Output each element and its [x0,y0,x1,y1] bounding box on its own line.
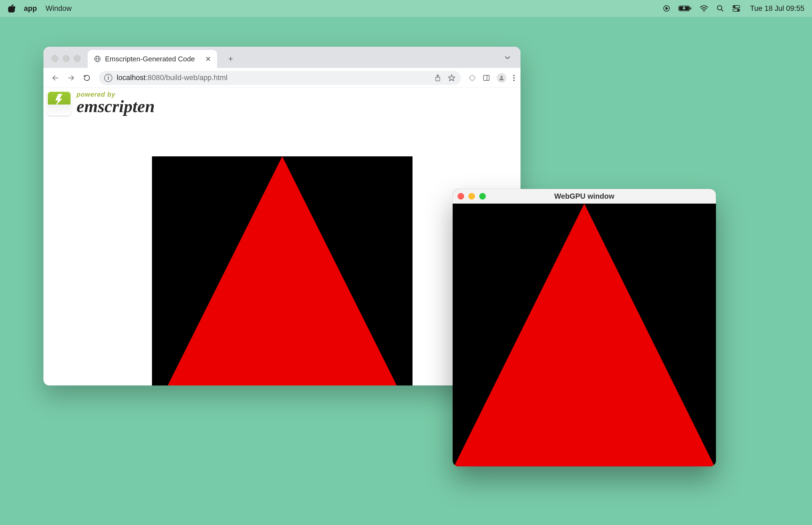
browser-tab-title: Emscripten-Generated Code [105,55,195,63]
control-center-icon[interactable] [732,5,740,12]
close-tab-icon[interactable]: ✕ [205,55,211,63]
red-triangle-render [152,156,413,386]
menubar-app-name[interactable]: app [24,4,37,13]
battery-icon[interactable] [678,5,691,12]
browser-toolbar: i localhost:8080/build-web/app.html [43,68,521,88]
emscripten-logo-icon [47,91,72,116]
native-app-window: WebGPU window [453,189,716,466]
svg-rect-4 [690,7,691,10]
screen-record-icon[interactable] [663,5,670,12]
red-triangle-render-native [454,204,715,466]
browser-window: Emscripten-Generated Code ✕ ＋ i localhos… [43,47,521,386]
svg-point-24 [513,75,515,76]
address-bar[interactable]: i localhost:8080/build-web/app.html [99,71,461,85]
svg-point-25 [513,77,515,78]
tab-overflow-button[interactable] [503,52,512,62]
reload-button[interactable] [80,71,93,85]
new-tab-button[interactable]: ＋ [225,52,237,65]
emscripten-wordmark: emscripten [77,98,155,115]
svg-line-8 [721,10,723,11]
svg-point-10 [734,6,735,7]
globe-icon [94,55,101,63]
svg-point-26 [513,79,515,81]
traffic-close-inactive[interactable] [51,55,58,62]
back-button[interactable] [49,71,62,85]
browser-page-content: powered by emscripten [43,88,521,386]
webgpu-canvas[interactable] [152,156,413,386]
wifi-icon[interactable] [700,5,708,12]
native-window-title: WebGPU window [453,192,716,200]
bookmark-star-icon[interactable] [448,74,455,82]
extensions-icon[interactable] [469,74,476,82]
svg-point-7 [717,6,722,10]
browser-tab-strip: Emscripten-Generated Code ✕ ＋ [43,47,521,68]
svg-point-12 [737,10,739,11]
kebab-menu-icon[interactable] [513,74,515,81]
site-info-icon[interactable]: i [104,74,112,82]
share-icon[interactable] [434,74,441,82]
apple-icon[interactable] [8,4,15,13]
side-panel-icon[interactable] [482,74,490,82]
traffic-max-inactive[interactable] [74,55,81,62]
menubar-clock[interactable]: Tue 18 Jul 09:55 [750,4,805,13]
emscripten-header: powered by emscripten [47,91,155,116]
native-titlebar[interactable]: WebGPU window [453,189,716,204]
traffic-min-inactive[interactable] [63,55,70,62]
svg-marker-20 [448,75,455,80]
spotlight-icon[interactable] [717,5,724,12]
url-text: localhost:8080/build-web/app.html [117,74,227,82]
forward-button[interactable] [65,71,78,85]
menubar-window-menu[interactable]: Window [46,4,72,13]
svg-rect-21 [484,75,489,80]
browser-traffic-lights [51,55,81,62]
browser-tab-active[interactable]: Emscripten-Generated Code ✕ [88,50,217,68]
svg-point-23 [501,76,503,78]
native-webgpu-canvas[interactable] [453,204,716,466]
svg-marker-1 [666,7,668,10]
svg-point-6 [703,11,705,12]
macos-menubar: app Window Tue 18 Jul 09:55 [0,0,812,17]
profile-avatar-icon[interactable] [497,73,506,83]
